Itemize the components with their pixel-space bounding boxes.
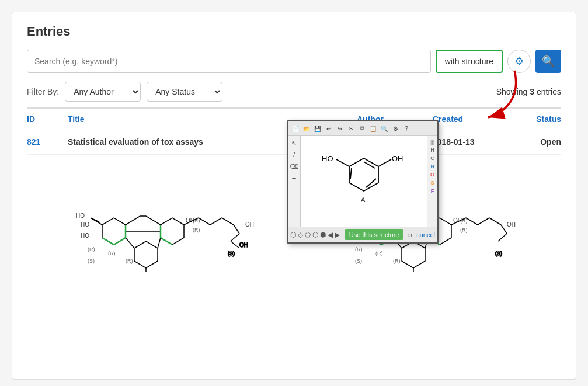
showing-entries-text: Showing 3 entries bbox=[496, 87, 561, 96]
svg-line-72 bbox=[498, 234, 507, 241]
svg-line-35 bbox=[231, 241, 239, 248]
paste-btn[interactable]: 📋 bbox=[368, 123, 378, 134]
save-file-btn[interactable]: 💾 bbox=[312, 123, 323, 134]
editor-bottom: ⬡ ◇ ⬠ ⬡ ⬢ ◀ ▶ Use this structure or canc… bbox=[288, 227, 437, 242]
plus-tool[interactable]: + bbox=[289, 173, 300, 183]
svg-line-30 bbox=[199, 218, 210, 225]
arrow-left-btn[interactable]: ◀ bbox=[328, 231, 333, 239]
settings-btn[interactable]: ⚙ bbox=[390, 123, 401, 134]
svg-text:(R): (R) bbox=[88, 246, 95, 252]
cell-status: Open bbox=[509, 137, 561, 147]
svg-text:(R): (R) bbox=[126, 258, 133, 264]
redo-btn[interactable]: ↪ bbox=[335, 123, 345, 134]
use-structure-button[interactable]: Use this structure bbox=[345, 229, 404, 240]
svg-line-68 bbox=[466, 218, 478, 225]
svg-line-4 bbox=[146, 216, 161, 225]
search-icon: 🔍 bbox=[542, 55, 555, 68]
svg-text:(S): (S) bbox=[88, 258, 95, 264]
zoom-btn[interactable]: 🔍 bbox=[379, 123, 389, 134]
svg-line-69 bbox=[478, 218, 489, 225]
element-N[interactable]: N bbox=[427, 162, 437, 171]
svg-marker-6 bbox=[134, 241, 158, 268]
filter-row: Filter By: Any Author Any Status Showing… bbox=[27, 82, 561, 102]
svg-line-32 bbox=[222, 218, 234, 225]
minus-tool[interactable]: − bbox=[289, 185, 300, 195]
svg-line-13 bbox=[102, 238, 114, 245]
new-file-btn[interactable]: 📄 bbox=[290, 123, 301, 134]
molecule-svg-1: HO HO OH (R) (S) (R) (R) (R) (R) OH HO bbox=[58, 166, 263, 272]
with-structure-button[interactable]: with structure bbox=[436, 50, 503, 73]
svg-line-79 bbox=[336, 159, 349, 166]
cell-id[interactable]: 821 bbox=[27, 137, 68, 147]
col-header-id: ID bbox=[27, 114, 68, 124]
svg-text:HO: HO bbox=[81, 221, 89, 228]
svg-text:HO: HO bbox=[76, 213, 85, 219]
element-F[interactable]: F bbox=[427, 187, 437, 195]
svg-text:(R): (R) bbox=[355, 246, 363, 252]
svg-text:OH: OH bbox=[507, 221, 516, 228]
author-filter-select[interactable]: Any Author bbox=[65, 82, 141, 102]
col-header-created: Created bbox=[433, 114, 509, 124]
svg-line-78 bbox=[350, 168, 352, 179]
svg-marker-75 bbox=[349, 158, 378, 191]
svg-marker-45 bbox=[402, 241, 425, 268]
search-button[interactable]: 🔍 bbox=[535, 50, 561, 73]
editor-right-tools: ||| H C N O S F bbox=[427, 136, 437, 227]
col-header-status: Status bbox=[509, 114, 561, 124]
svg-text:(R): (R) bbox=[108, 251, 116, 256]
svg-line-7 bbox=[126, 238, 134, 248]
filter-label: Filter By: bbox=[27, 87, 59, 96]
ring-tool-3[interactable]: ⬠ bbox=[305, 231, 311, 239]
draw-tool[interactable]: / bbox=[289, 149, 300, 160]
search-row: with structure ⚙ 🔍 bbox=[27, 50, 561, 73]
svg-text:(R): (R) bbox=[193, 227, 200, 233]
editor-bottom-tools: ⬡ ◇ ⬠ ⬡ ⬢ ◀ ▶ bbox=[290, 231, 340, 239]
editor-canvas[interactable]: HO OH A bbox=[301, 136, 427, 227]
open-file-btn[interactable]: 📂 bbox=[301, 123, 312, 134]
ring-tool-5[interactable]: ⬢ bbox=[320, 231, 326, 239]
undo-btn[interactable]: ↩ bbox=[323, 123, 334, 134]
erase-tool[interactable]: ⌫ bbox=[289, 161, 300, 172]
ring-tool-2[interactable]: ◇ bbox=[298, 231, 303, 239]
structure-editor-popup: 📄 📂 💾 ↩ ↪ ✂ ⧉ 📋 🔍 ⚙ ? ↖ / ⌫ + − ||| bbox=[287, 120, 439, 244]
main-container: Entries with structure ⚙ 🔍 Filter By: An… bbox=[12, 12, 576, 380]
element-S[interactable]: S bbox=[427, 179, 437, 187]
search-input[interactable] bbox=[27, 50, 431, 73]
editor-left-tools: ↖ / ⌫ + − ||| bbox=[288, 136, 301, 227]
status-filter-select[interactable]: Any Status bbox=[147, 82, 222, 102]
page-title: Entries bbox=[27, 24, 561, 39]
element-C[interactable]: C bbox=[427, 154, 437, 162]
svg-marker-1 bbox=[161, 218, 184, 245]
svg-text:(S): (S) bbox=[228, 251, 235, 256]
svg-marker-0 bbox=[102, 218, 126, 245]
svg-text:HO: HO bbox=[322, 154, 333, 163]
element-H[interactable]: H bbox=[427, 146, 437, 154]
svg-text:OH: OH bbox=[239, 242, 248, 248]
right-panel-indicator: ||| bbox=[427, 138, 437, 146]
svg-line-8 bbox=[158, 238, 161, 248]
element-O[interactable]: O bbox=[427, 171, 437, 179]
settings-icon-button[interactable]: ⚙ bbox=[507, 50, 531, 73]
svg-line-28 bbox=[91, 218, 102, 225]
structure-card-1: HO HO OH (R) (S) (R) (R) (R) (R) OH HO bbox=[27, 155, 294, 283]
ring-tool-4[interactable]: ⬡ bbox=[312, 231, 318, 239]
svg-line-3 bbox=[126, 216, 140, 225]
svg-text:OH: OH bbox=[245, 221, 254, 228]
cell-created: 2018-01-13 bbox=[433, 137, 509, 147]
svg-text:(R): (R) bbox=[393, 258, 401, 264]
copy-btn[interactable]: ⧉ bbox=[357, 123, 367, 134]
svg-line-76 bbox=[364, 162, 375, 168]
svg-text:A: A bbox=[361, 196, 366, 203]
editor-toolbar: 📄 📂 💾 ↩ ↪ ✂ ⧉ 📋 🔍 ⚙ ? bbox=[288, 121, 437, 136]
arrow-right-btn[interactable]: ▶ bbox=[335, 231, 340, 239]
select-tool[interactable]: ↖ bbox=[289, 138, 300, 148]
popup-molecule-svg: HO OH A bbox=[310, 141, 418, 222]
cut-btn[interactable]: ✂ bbox=[346, 123, 356, 134]
svg-line-34 bbox=[231, 234, 239, 241]
cancel-link[interactable]: cancel bbox=[416, 231, 435, 238]
help-btn[interactable]: ? bbox=[401, 123, 412, 134]
svg-line-70 bbox=[489, 218, 501, 225]
svg-text:(R): (R) bbox=[375, 251, 383, 256]
ring-tool-1[interactable]: ⬡ bbox=[290, 231, 296, 239]
svg-line-12 bbox=[114, 238, 126, 245]
